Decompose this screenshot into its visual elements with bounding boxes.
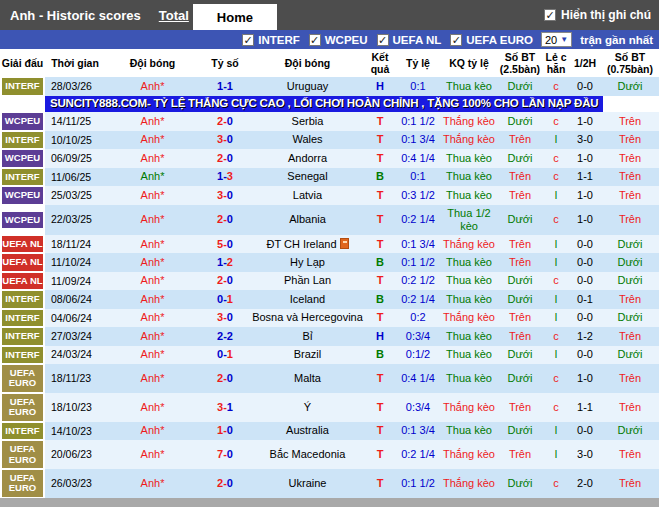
table-row: INTERF24/03/24Anh*0-1BrazilB0:1/2Thua kè… [0, 346, 659, 364]
result-letter: H [365, 327, 395, 345]
away-team: Serbia [250, 112, 365, 130]
odds-result: Thắng kèo [441, 112, 497, 130]
odd-even-flag: l [543, 440, 569, 469]
recent-count-select[interactable]: 20 ▼ [541, 32, 572, 47]
odds-result: Thua kèo [441, 149, 497, 167]
over-under-25: Trên [497, 168, 543, 186]
away-team: Bỉ [250, 327, 365, 345]
header-odds-result: KQ tỷ lệ [441, 49, 497, 77]
score: 2-0 [200, 149, 250, 167]
result-letter: T [365, 205, 395, 235]
score: 3-0 [200, 309, 250, 327]
checkbox-check-icon[interactable]: ✓ [544, 9, 556, 21]
league-filter-wcpeu[interactable]: ✓WCPEU [309, 34, 368, 46]
away-team: Bắc Macedonia [250, 440, 365, 469]
over-under-25: Trên [497, 186, 543, 204]
home-goals: 1- [217, 424, 227, 436]
home-goals: 2- [217, 477, 227, 489]
odd-even-flag: c [543, 469, 569, 498]
home-team: Anh* [105, 272, 200, 290]
away-team: Uruguay [250, 77, 365, 95]
away-goals: 0 [227, 213, 233, 225]
league-badge-label: UEFA EURO [2, 470, 43, 497]
half-time-score: 0-0 [569, 253, 601, 271]
over-under-075: Trên [601, 327, 659, 345]
league-badge-label: INTERF [2, 328, 43, 344]
odds-value: 0:4 1/4 [395, 149, 441, 167]
checkbox-check-icon[interactable]: ✓ [450, 34, 462, 46]
league-badge: UEFA NL [0, 235, 45, 253]
table-header-row: Giải đấu Thời gian Đội bóng Tỷ số Đội bó… [0, 49, 659, 77]
header-home-team: Đội bóng [105, 49, 200, 77]
league-filter-interf[interactable]: ✓INTERF [242, 34, 300, 46]
league-filter-uefa-euro[interactable]: ✓UEFA EURO [450, 34, 533, 46]
checkbox-check-icon[interactable]: ✓ [242, 34, 254, 46]
home-goals: 2- [217, 152, 227, 164]
home-goals: 3- [217, 189, 227, 201]
half-time-score: 0-1 [569, 290, 601, 308]
result-letter: T [365, 393, 395, 422]
header-half: 1/2H [569, 49, 601, 77]
show-notes-toggle[interactable]: ✓ Hiển thị ghi chú [544, 8, 651, 22]
half-time-score: 3-0 [569, 131, 601, 149]
table-row: UEFA EURO20/06/23Anh*7-0Bắc MacedoniaT0:… [0, 440, 659, 469]
away-team: Albania [250, 205, 365, 235]
match-date: 26/03/23 [45, 469, 105, 498]
odds-result: Thua kèo [441, 327, 497, 345]
odd-even-flag: l [543, 235, 569, 253]
over-under-075: Trên [601, 393, 659, 422]
home-team: Anh* [105, 346, 200, 364]
result-letter: B [365, 168, 395, 186]
half-time-score: 1-0 [569, 149, 601, 167]
odds-result: Thua kèo [441, 364, 497, 393]
home-goals: 1- [217, 80, 227, 92]
result-letter: B [365, 253, 395, 271]
result-letter: T [365, 186, 395, 204]
home-team: Anh* [105, 422, 200, 440]
league-badge-label: INTERF [2, 310, 43, 326]
score: 3-0 [200, 131, 250, 149]
home-team: Anh* [105, 364, 200, 393]
odd-even-flag: c [543, 205, 569, 235]
away-goals: 1 [227, 401, 233, 413]
league-badge-label: WCPEU [2, 150, 43, 166]
checkbox-check-icon[interactable]: ✓ [309, 34, 321, 46]
league-badge: UEFA NL [0, 253, 45, 271]
header-time: Thời gian [45, 49, 105, 77]
odds-value: 0:2 [395, 309, 441, 327]
match-date: 28/03/26 [45, 77, 105, 95]
match-date: 11/10/24 [45, 253, 105, 271]
half-time-score: 0-0 [569, 235, 601, 253]
over-under-075: Trên [601, 131, 659, 149]
odds-value: 0:1/2 [395, 346, 441, 364]
table-row: INTERF10/10/25Anh*3-0WalesT0:1 3/4Thắng … [0, 131, 659, 149]
over-under-075: Trên [601, 469, 659, 498]
over-under-075: Trên [601, 290, 659, 308]
result-letter: T [365, 364, 395, 393]
away-team: Malta [250, 364, 365, 393]
match-date: 14/11/25 [45, 112, 105, 130]
odd-even-flag: l [543, 422, 569, 440]
league-badge-label: INTERF [2, 291, 43, 307]
over-under-075: Trên [601, 186, 659, 204]
odds-value: 0:4 1/4 [395, 364, 441, 393]
over-under-075: Dưới [601, 272, 659, 290]
match-date: 11/09/24 [45, 272, 105, 290]
half-time-score: 0-0 [569, 77, 601, 95]
header-goals-075: Số BT (0.75bàn) [601, 49, 659, 77]
league-filter-label: INTERF [258, 34, 300, 46]
over-under-25: Dưới [497, 346, 543, 364]
league-badge: UEFA NL [0, 272, 45, 290]
home-team: Anh* [105, 131, 200, 149]
home-team: Anh* [105, 469, 200, 498]
tab-total[interactable]: Total [159, 8, 189, 23]
odds-result: Thua kèo [441, 290, 497, 308]
historic-scores-table: Giải đấu Thời gian Đội bóng Tỷ số Đội bó… [0, 49, 659, 507]
ad-banner[interactable]: SUNCITY888.COM- TỶ LỆ THẮNG CỰC CAO , LỐ… [45, 96, 603, 113]
league-filter-uefa-nl[interactable]: ✓UEFA NL [377, 34, 442, 46]
checkbox-check-icon[interactable]: ✓ [377, 34, 389, 46]
over-under-075: Trên [601, 440, 659, 469]
table-row: UEFA NL18/11/24Anh*5-0ĐT CH IrelandT0:1 … [0, 235, 659, 253]
tab-home[interactable]: Home [193, 4, 277, 30]
score: 0-1 [200, 346, 250, 364]
